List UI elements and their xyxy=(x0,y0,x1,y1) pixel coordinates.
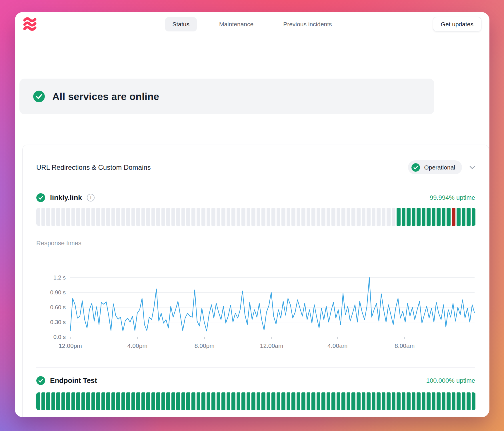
uptime-day-bar[interactable] xyxy=(271,392,275,410)
uptime-day-bar[interactable] xyxy=(86,208,90,226)
uptime-day-bar[interactable] xyxy=(422,208,426,226)
uptime-day-bar[interactable] xyxy=(412,392,416,410)
uptime-day-bar[interactable] xyxy=(201,392,205,410)
uptime-day-bar[interactable] xyxy=(417,392,421,410)
tab-previous-incidents[interactable]: Previous incidents xyxy=(276,17,339,31)
uptime-day-bar[interactable] xyxy=(397,392,401,410)
get-updates-button[interactable]: Get updates xyxy=(433,17,481,31)
uptime-day-bar[interactable] xyxy=(171,208,175,226)
uptime-day-bar[interactable] xyxy=(407,208,411,226)
uptime-day-bar[interactable] xyxy=(146,392,150,410)
uptime-day-bar[interactable] xyxy=(267,392,271,410)
uptime-day-bar[interactable] xyxy=(362,392,366,410)
uptime-day-bar[interactable] xyxy=(231,208,235,226)
uptime-day-bar[interactable] xyxy=(311,392,315,410)
uptime-day-bar[interactable] xyxy=(311,208,315,226)
uptime-day-bar[interactable] xyxy=(301,208,305,226)
uptime-day-bar[interactable] xyxy=(427,392,431,410)
uptime-day-bar[interactable] xyxy=(297,392,301,410)
uptime-day-bar[interactable] xyxy=(447,208,451,226)
uptime-day-bar[interactable] xyxy=(207,208,211,226)
uptime-day-bar[interactable] xyxy=(207,392,211,410)
uptime-day-bar[interactable] xyxy=(151,208,155,226)
uptime-day-bar[interactable] xyxy=(321,208,325,226)
uptime-day-bar[interactable] xyxy=(437,208,441,226)
uptime-day-bar[interactable] xyxy=(46,392,50,410)
uptime-day-bar[interactable] xyxy=(156,208,160,226)
uptime-day-bar[interactable] xyxy=(447,392,451,410)
uptime-day-bar[interactable] xyxy=(467,392,471,410)
uptime-day-bar[interactable] xyxy=(201,208,205,226)
uptime-day-bar[interactable] xyxy=(337,208,341,226)
uptime-day-bar[interactable] xyxy=(211,392,215,410)
uptime-day-bar[interactable] xyxy=(267,208,271,226)
uptime-day-bar[interactable] xyxy=(412,208,416,226)
uptime-day-bar[interactable] xyxy=(166,208,170,226)
uptime-day-bar[interactable] xyxy=(81,392,85,410)
uptime-day-bar[interactable] xyxy=(457,392,461,410)
uptime-day-bar[interactable] xyxy=(321,392,325,410)
uptime-day-bar[interactable] xyxy=(106,392,110,410)
uptime-day-bar[interactable] xyxy=(91,392,95,410)
uptime-day-bar[interactable] xyxy=(351,392,355,410)
linkly-logo-icon[interactable] xyxy=(23,17,37,32)
uptime-day-bar[interactable] xyxy=(141,208,145,226)
uptime-day-bar[interactable] xyxy=(331,392,335,410)
uptime-day-bar[interactable] xyxy=(227,208,231,226)
uptime-day-bar[interactable] xyxy=(327,208,331,226)
uptime-day-bar[interactable] xyxy=(126,208,130,226)
chevron-down-icon[interactable] xyxy=(469,166,475,169)
uptime-day-bar[interactable] xyxy=(51,392,55,410)
uptime-day-bar[interactable] xyxy=(76,208,80,226)
uptime-day-bar[interactable] xyxy=(111,392,115,410)
uptime-day-bar[interactable] xyxy=(166,392,170,410)
uptime-day-bar[interactable] xyxy=(111,208,115,226)
uptime-day-bar[interactable] xyxy=(442,392,446,410)
info-icon[interactable]: i xyxy=(87,194,95,201)
uptime-day-bar[interactable] xyxy=(197,392,201,410)
uptime-bars-endpoint-test[interactable] xyxy=(36,392,476,410)
uptime-day-bar[interactable] xyxy=(307,208,311,226)
uptime-day-bar[interactable] xyxy=(277,392,281,410)
uptime-day-bar[interactable] xyxy=(76,392,80,410)
uptime-day-bar[interactable] xyxy=(241,392,245,410)
uptime-day-bar[interactable] xyxy=(407,392,411,410)
uptime-day-bar[interactable] xyxy=(116,392,120,410)
uptime-day-bar[interactable] xyxy=(221,392,225,410)
uptime-day-bar[interactable] xyxy=(121,208,125,226)
uptime-day-bar[interactable] xyxy=(357,392,361,410)
uptime-day-bar[interactable] xyxy=(341,208,345,226)
uptime-day-bar[interactable] xyxy=(176,392,180,410)
uptime-day-bar[interactable] xyxy=(156,392,160,410)
uptime-day-bar[interactable] xyxy=(351,208,355,226)
uptime-day-bar[interactable] xyxy=(297,208,301,226)
uptime-day-bar[interactable] xyxy=(452,208,456,226)
uptime-day-bar[interactable] xyxy=(56,392,60,410)
uptime-day-bar[interactable] xyxy=(197,208,201,226)
uptime-day-bar[interactable] xyxy=(101,392,105,410)
uptime-day-bar[interactable] xyxy=(281,392,285,410)
uptime-day-bar[interactable] xyxy=(417,208,421,226)
uptime-day-bar[interactable] xyxy=(402,392,406,410)
uptime-day-bar[interactable] xyxy=(307,392,311,410)
uptime-day-bar[interactable] xyxy=(402,208,406,226)
uptime-day-bar[interactable] xyxy=(462,392,466,410)
uptime-day-bar[interactable] xyxy=(382,392,386,410)
uptime-day-bar[interactable] xyxy=(277,208,281,226)
uptime-day-bar[interactable] xyxy=(161,208,165,226)
uptime-day-bar[interactable] xyxy=(377,392,381,410)
uptime-day-bar[interactable] xyxy=(367,392,371,410)
uptime-day-bar[interactable] xyxy=(191,208,195,226)
uptime-day-bar[interactable] xyxy=(287,208,291,226)
uptime-day-bar[interactable] xyxy=(176,208,180,226)
uptime-day-bar[interactable] xyxy=(101,208,105,226)
uptime-day-bar[interactable] xyxy=(61,208,65,226)
uptime-day-bar[interactable] xyxy=(241,208,245,226)
uptime-day-bar[interactable] xyxy=(126,392,130,410)
uptime-day-bar[interactable] xyxy=(257,392,261,410)
uptime-day-bar[interactable] xyxy=(281,208,285,226)
uptime-day-bar[interactable] xyxy=(251,392,255,410)
uptime-day-bar[interactable] xyxy=(131,208,135,226)
uptime-day-bar[interactable] xyxy=(442,208,446,226)
uptime-day-bar[interactable] xyxy=(387,392,391,410)
